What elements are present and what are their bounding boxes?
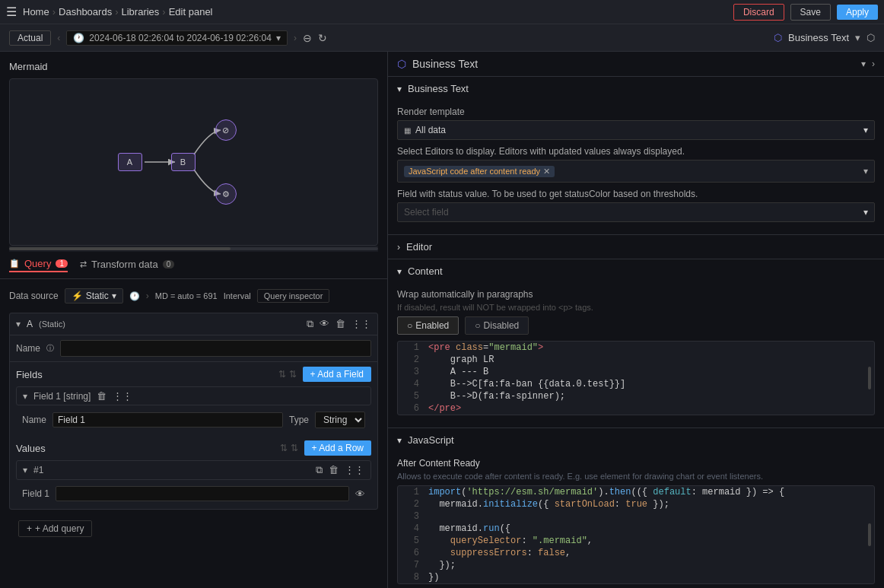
trash-icon[interactable]: 🗑 bbox=[335, 318, 345, 330]
code-line-5: 5 B-->D(fa:fa-spinner); bbox=[398, 390, 874, 402]
tab-transform[interactable]: ⇄ Transform data 0 bbox=[80, 259, 174, 272]
refresh-icon[interactable]: ↻ bbox=[318, 32, 327, 44]
row1-header: ▾ #1 ⧉ 🗑 ⋮⋮ bbox=[16, 460, 371, 480]
js-line-5: 5 querySelector: ".mermaid", bbox=[398, 535, 874, 547]
drag-icon[interactable]: ⋮⋮ bbox=[351, 318, 371, 330]
row1-copy-icon[interactable]: ⧉ bbox=[316, 464, 323, 476]
javascript-accordion-body: After Content Ready Allows to execute co… bbox=[388, 452, 884, 588]
content-accordion-title: Content bbox=[408, 265, 443, 277]
query-inspector-button[interactable]: Query inspector bbox=[257, 289, 330, 303]
sort-icons: ⇅ ⇅ bbox=[278, 369, 296, 380]
js-line-2: 2 mermaid.initialize({ startOnLoad: true… bbox=[398, 498, 874, 510]
js-tag: JavaScript code after content ready ✕ bbox=[404, 166, 555, 177]
field1-trash-icon[interactable]: 🗑 bbox=[97, 390, 107, 402]
query-a-actions: ⧉ 👁 🗑 ⋮⋮ bbox=[307, 318, 371, 330]
panel-expand-icon[interactable]: ⬡ bbox=[867, 32, 875, 43]
panel-expand-icon[interactable]: › bbox=[872, 59, 875, 69]
business-text-accordion-header[interactable]: ▾ Business Text bbox=[388, 77, 884, 100]
editors-input[interactable]: JavaScript code after content ready ✕ ▾ bbox=[397, 160, 875, 183]
datasource-chevron: ▾ bbox=[112, 291, 116, 301]
eye-icon[interactable]: 👁 bbox=[320, 318, 329, 330]
add-row-button[interactable]: + Add a Row bbox=[304, 440, 371, 456]
apply-button[interactable]: Apply bbox=[837, 5, 878, 20]
content-accordion-body: Wrap automatically in paragraphs If disa… bbox=[388, 283, 884, 427]
breadcrumb-dashboards[interactable]: Dashboards bbox=[59, 6, 112, 17]
panel-chevron-icon[interactable]: ▾ bbox=[855, 32, 860, 43]
ds-meta: MD = auto = 691 bbox=[155, 291, 218, 300]
field1-type-label: Type bbox=[289, 415, 309, 425]
preview-section: Mermaid bbox=[0, 52, 387, 246]
row1-trash-icon[interactable]: 🗑 bbox=[329, 464, 339, 476]
copy-icon[interactable]: ⧉ bbox=[307, 318, 313, 330]
right-panel: ⬡ Business Text ▾ › ▾ Business Text Rend… bbox=[388, 52, 884, 588]
row1-collapse-icon[interactable]: ▾ bbox=[23, 465, 27, 475]
fields-header: Fields ⇅ ⇅ + Add a Field bbox=[16, 367, 371, 382]
render-template-select[interactable]: ▦ All data ▾ bbox=[397, 120, 875, 140]
row1-visibility-icon[interactable]: 👁 bbox=[355, 488, 365, 500]
js-code-editor[interactable]: 1 import('https://esm.sh/mermaid').then(… bbox=[397, 485, 875, 584]
query-a-section: ▾ A (Static) ⧉ 👁 🗑 ⋮⋮ Name ⓘ bbox=[9, 313, 378, 510]
js-tag-remove[interactable]: ✕ bbox=[543, 167, 550, 176]
breadcrumb-home[interactable]: Home bbox=[23, 6, 49, 17]
editor-accordion-header[interactable]: › Editor bbox=[388, 235, 884, 259]
js-scroll-indicator bbox=[868, 523, 871, 546]
row1-drag-icon[interactable]: ⋮⋮ bbox=[345, 464, 364, 476]
menu-icon[interactable]: ☰ bbox=[6, 5, 17, 19]
after-content-ready-label: After Content Ready bbox=[397, 458, 875, 469]
zoom-out-icon[interactable]: ⊖ bbox=[303, 32, 312, 44]
interval-label: Interval bbox=[224, 291, 251, 300]
javascript-accordion-header[interactable]: ▾ JavaScript bbox=[388, 428, 884, 452]
tab-query[interactable]: 📋 Query 1 bbox=[9, 258, 68, 272]
preview-scrollbar[interactable] bbox=[9, 246, 378, 252]
datasource-select[interactable]: ⚡ Static ▾ bbox=[65, 288, 123, 304]
field1-section-label: Field 1 [string] bbox=[33, 391, 91, 402]
topbar: ☰ Home › Dashboards › Libraries › Edit p… bbox=[0, 0, 884, 24]
row1-field1-input[interactable] bbox=[56, 486, 349, 501]
field1-type-select[interactable]: String bbox=[315, 412, 365, 428]
name-input[interactable] bbox=[60, 340, 371, 357]
query-tab-badge: 1 bbox=[56, 259, 68, 268]
breadcrumb: Home › Dashboards › Libraries › Edit pan… bbox=[23, 6, 213, 17]
js-tag-label: JavaScript code after content ready bbox=[409, 167, 540, 176]
code-line-2: 2 graph LR bbox=[398, 354, 874, 366]
time-range-picker[interactable]: 🕐 2024-06-18 02:26:04 to 2024-06-19 02:2… bbox=[66, 30, 288, 46]
content-code-editor[interactable]: 1 <pre class="mermaid"> 2 graph LR 3 A -… bbox=[397, 341, 875, 415]
actual-button[interactable]: Actual bbox=[9, 30, 51, 46]
add-field-button[interactable]: + Add a Field bbox=[303, 367, 371, 382]
code-line-3: 3 A --- B bbox=[398, 366, 874, 378]
sep1: › bbox=[52, 6, 56, 17]
content-accordion-header[interactable]: ▾ Content bbox=[388, 259, 884, 283]
field-status-label: Field with status value. To be used to g… bbox=[397, 189, 875, 199]
discard-button[interactable]: Discard bbox=[733, 4, 784, 21]
field1-collapse-icon[interactable]: ▾ bbox=[23, 391, 27, 402]
field-status-chevron: ▾ bbox=[863, 207, 868, 218]
ds-arrow: › bbox=[146, 291, 149, 301]
code-scroll-indicator bbox=[868, 367, 871, 389]
scrollbar-track bbox=[9, 247, 378, 250]
javascript-accordion: ▾ JavaScript After Content Ready Allows … bbox=[388, 428, 884, 588]
field1-details: Name Type String bbox=[16, 408, 371, 431]
field-status-select[interactable]: Select field ▾ bbox=[397, 202, 875, 222]
breadcrumb-libraries[interactable]: Libraries bbox=[121, 6, 159, 17]
nav-left-icon[interactable]: ‹ bbox=[57, 33, 60, 43]
save-button[interactable]: Save bbox=[790, 4, 831, 21]
nav-right-icon[interactable]: › bbox=[294, 33, 297, 43]
add-query-button[interactable]: + + Add query bbox=[18, 520, 92, 537]
wrap-toggle-row: ○ Enabled ○ Disabled bbox=[397, 316, 875, 335]
fields-title: Fields bbox=[16, 369, 43, 380]
editor-accordion: › Editor bbox=[388, 235, 884, 259]
render-template-text: All data bbox=[415, 125, 446, 135]
enabled-button[interactable]: ○ Enabled bbox=[397, 316, 459, 335]
render-template-value: ▦ All data bbox=[404, 125, 446, 135]
query-a-collapse-icon[interactable]: ▾ bbox=[16, 319, 21, 329]
disabled-button[interactable]: ○ Disabled bbox=[465, 316, 529, 335]
js-line-7: 7 }); bbox=[398, 559, 874, 571]
query-a-static: (Static) bbox=[39, 319, 65, 329]
tags-chevron: ▾ bbox=[863, 166, 868, 176]
field1-name-input[interactable] bbox=[52, 412, 283, 427]
lightning-icon: ⚡ bbox=[72, 291, 83, 301]
sep2: › bbox=[115, 6, 118, 17]
panel-collapse-icon[interactable]: ▾ bbox=[861, 59, 866, 69]
field1-drag-icon[interactable]: ⋮⋮ bbox=[113, 390, 132, 402]
select-field-placeholder: Select field bbox=[404, 207, 449, 218]
